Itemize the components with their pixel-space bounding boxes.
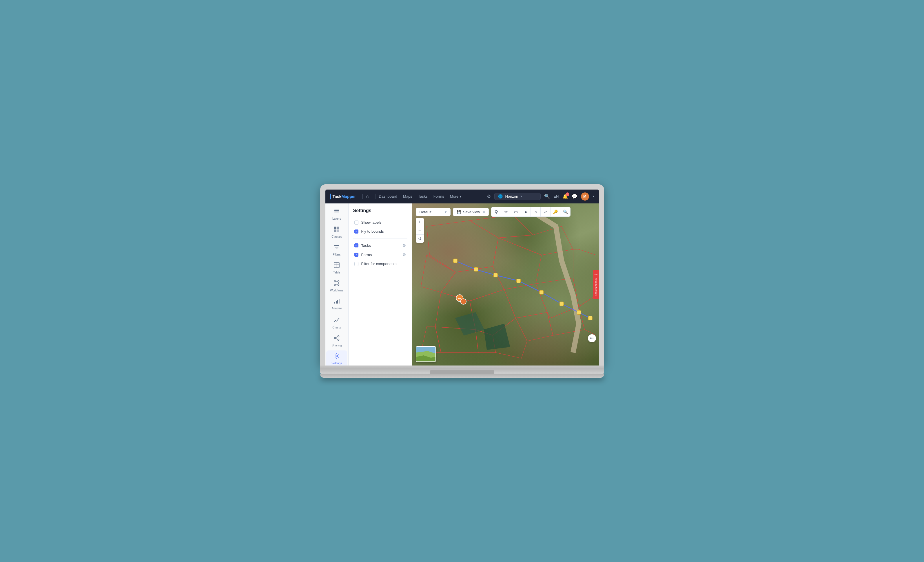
zoom-in-button[interactable]: + xyxy=(416,218,424,226)
notifications-button[interactable]: 🔔 6 xyxy=(562,194,568,199)
sidebar-item-sharing[interactable]: Sharing xyxy=(326,332,347,349)
svg-rect-7 xyxy=(334,263,339,268)
svg-rect-22 xyxy=(339,299,340,303)
search-map-button[interactable]: 🔍 xyxy=(560,207,570,217)
sidebar-item-table[interactable]: Table xyxy=(326,260,347,277)
nav-more[interactable]: More ▾ xyxy=(450,194,462,199)
sidebar-item-settings-label: Settings xyxy=(332,362,342,365)
tasks-checkbox[interactable] xyxy=(354,244,358,247)
svg-point-14 xyxy=(338,284,339,285)
save-view-button[interactable]: 💾 Save view × xyxy=(453,208,489,216)
svg-rect-53 xyxy=(539,290,543,294)
save-view-icon: 💾 xyxy=(457,210,461,214)
nav-tasks[interactable]: Tasks xyxy=(418,194,428,199)
platform-dropdown-arrow: ▾ xyxy=(520,194,522,198)
nav-maps[interactable]: Maps xyxy=(403,194,412,199)
sidebar-item-charts[interactable]: Charts xyxy=(326,315,347,331)
logo-text: TaskMapper xyxy=(333,194,356,199)
sidebar-item-layers[interactable]: Layers xyxy=(326,206,347,223)
svg-rect-5 xyxy=(334,230,336,232)
map-style-dropdown[interactable]: Default ▾ xyxy=(416,208,450,216)
nav-dashboard[interactable]: Dashboard xyxy=(379,194,397,199)
svg-rect-3 xyxy=(334,227,336,229)
svg-marker-30 xyxy=(470,215,533,238)
svg-marker-39 xyxy=(573,250,596,307)
map-area[interactable]: ••• Default ▾ 💾 Save view × xyxy=(412,203,599,366)
logo-divider: | xyxy=(362,193,363,199)
forms-checkbox[interactable] xyxy=(354,253,358,257)
nav-forms[interactable]: Forms xyxy=(434,194,444,199)
sidebar-item-analyze[interactable]: Analyze xyxy=(326,296,347,312)
chat-button[interactable]: 💬 xyxy=(572,194,578,199)
pen-tool-button[interactable]: ✏ xyxy=(501,207,511,217)
zoom-out-button[interactable]: − xyxy=(416,226,424,235)
svg-marker-48 xyxy=(484,324,510,350)
sidebar-item-workflows-label: Workflows xyxy=(330,289,344,292)
table-icon xyxy=(333,262,340,270)
share-feedback-container: ✏ Share feedback xyxy=(593,270,599,299)
small-circle-tool-button[interactable]: ● xyxy=(521,207,531,217)
dropdown-arrow-icon: ▾ xyxy=(445,210,447,214)
sidebar-item-settings[interactable]: Settings xyxy=(326,350,347,366)
notification-badge: 6 xyxy=(566,193,569,196)
settings-icon xyxy=(333,353,340,360)
rotate-button[interactable]: ↺ xyxy=(416,235,424,243)
filter-components-checkbox[interactable] xyxy=(354,262,358,266)
sidebar-item-charts-label: Charts xyxy=(332,326,341,329)
save-view-close-icon[interactable]: × xyxy=(483,210,485,214)
show-labels-label: Show labels xyxy=(362,220,382,224)
sharing-icon xyxy=(333,335,340,343)
filters-icon xyxy=(333,244,340,252)
svg-point-11 xyxy=(334,281,336,282)
zoom-controls: + − ↺ xyxy=(416,218,424,243)
sidebar-item-table-label: Table xyxy=(333,271,340,274)
sidebar-item-analyze-label: Analyze xyxy=(332,307,342,310)
sidebar-item-workflows[interactable]: Workflows xyxy=(326,278,347,294)
sidebar-item-filters-label: Filters xyxy=(333,253,340,256)
avatar-dropdown-arrow[interactable]: ▾ xyxy=(592,194,594,198)
circle-tool-button[interactable]: ○ xyxy=(531,207,541,217)
logo-bar xyxy=(330,194,331,199)
language-selector[interactable]: EN xyxy=(554,194,559,199)
topnav-right: ⚙ 🌐 Horizon ▾ 🔍 EN 🔔 6 💬 M ▾ xyxy=(487,193,594,200)
svg-marker-29 xyxy=(426,221,498,272)
sidebar-item-filters[interactable]: Filters xyxy=(326,242,347,259)
svg-rect-56 xyxy=(588,316,592,320)
svg-rect-21 xyxy=(337,300,338,303)
settings-panel: Settings Show labels Fly to bounds xyxy=(349,203,412,366)
app-logo[interactable]: TaskMapper xyxy=(330,194,356,199)
fly-to-bounds-label: Fly to bounds xyxy=(362,229,384,233)
settings-gear-icon[interactable]: ⚙ xyxy=(487,194,491,199)
show-labels-checkbox[interactable] xyxy=(354,221,358,224)
tasks-gear-icon[interactable]: ⚙ xyxy=(402,243,406,248)
pin-tool-button[interactable] xyxy=(491,207,501,217)
platform-selector[interactable]: 🌐 Horizon ▾ xyxy=(494,193,541,200)
svg-rect-4 xyxy=(337,227,339,229)
home-icon[interactable]: ⌂ xyxy=(366,194,369,199)
expand-tool-button[interactable]: ⤢ xyxy=(541,207,550,217)
fly-to-bounds-checkbox[interactable] xyxy=(354,230,358,233)
svg-marker-33 xyxy=(441,266,504,301)
map-thumbnail[interactable] xyxy=(416,346,436,362)
tasks-layer-label: Tasks xyxy=(362,244,399,248)
search-button[interactable]: 🔍 xyxy=(544,194,550,199)
laptop-container: TaskMapper | ⌂ | Dashboard Maps Tasks Fo… xyxy=(320,184,604,378)
platform-icon: 🌐 xyxy=(498,194,503,199)
settings-show-labels-row[interactable]: Show labels xyxy=(353,218,407,227)
user-avatar[interactable]: M xyxy=(581,193,589,200)
svg-point-13 xyxy=(334,284,336,285)
forms-gear-icon[interactable]: ⚙ xyxy=(402,253,406,257)
svg-rect-49 xyxy=(453,259,457,263)
svg-marker-46 xyxy=(579,295,596,335)
svg-rect-55 xyxy=(577,311,580,315)
settings-fly-to-bounds-row[interactable]: Fly to bounds xyxy=(353,227,407,236)
classes-icon xyxy=(333,226,340,234)
share-feedback-button[interactable]: ✏ Share feedback xyxy=(593,270,599,299)
platform-name: Horizon xyxy=(505,194,518,199)
rect-tool-button[interactable]: ▭ xyxy=(511,207,521,217)
settings-tasks-row: Tasks ⚙ xyxy=(353,241,407,250)
key-tool-button[interactable]: 🔑 xyxy=(550,207,560,217)
map-more-button[interactable]: ••• xyxy=(588,334,596,342)
sidebar-item-classes[interactable]: Classes xyxy=(326,224,347,241)
svg-point-25 xyxy=(338,339,339,341)
